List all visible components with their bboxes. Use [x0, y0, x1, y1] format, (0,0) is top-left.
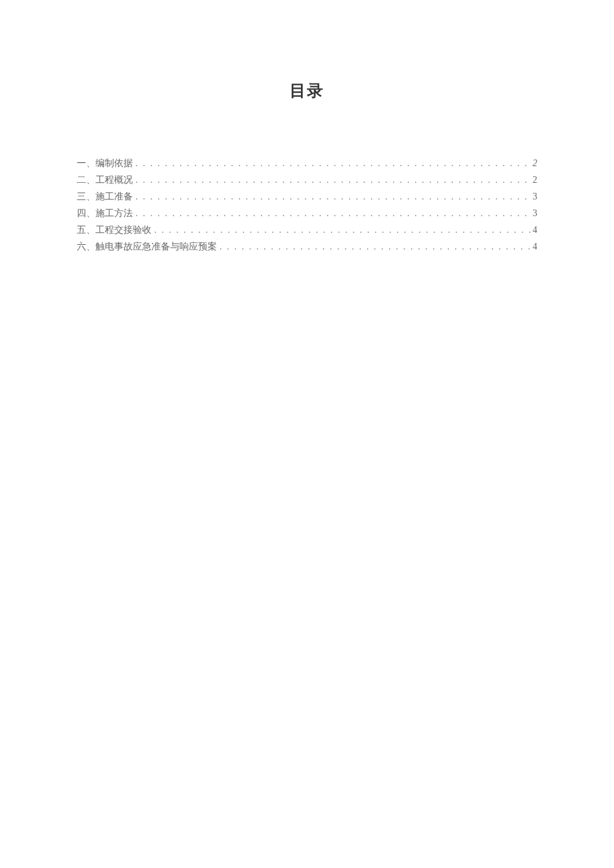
toc-entry-label: 三、施工准备	[77, 188, 133, 205]
toc-entry-page: 4	[531, 222, 537, 238]
toc-dots	[217, 238, 531, 255]
toc-entry-label: 六、触电事故应急准备与响应预案	[77, 238, 217, 255]
toc-entry-label: 四、施工方法	[77, 205, 133, 222]
toc-dots	[133, 205, 531, 222]
toc-entry: 六、触电事故应急准备与响应预案 4	[77, 238, 537, 255]
toc-entry-label: 二、工程概况	[77, 171, 133, 188]
toc-entry: 五、工程交接验收 4	[77, 222, 537, 238]
toc-entry-page: 2	[531, 171, 537, 188]
toc-dots	[133, 188, 531, 205]
toc-entry-page: 3	[531, 188, 537, 205]
toc-entry: 四、施工方法 3	[77, 205, 537, 222]
toc-dots	[151, 222, 531, 238]
toc-entry-page: 2	[531, 155, 537, 171]
document-page: 目录 一、编制依据 2 二、工程概况 2 三、施工准备 3 四、施工方法 3 五…	[0, 0, 614, 255]
table-of-contents: 一、编制依据 2 二、工程概况 2 三、施工准备 3 四、施工方法 3 五、工程…	[77, 155, 537, 255]
toc-entry-label: 五、工程交接验收	[77, 222, 151, 238]
toc-entry-label: 一、编制依据	[77, 155, 133, 171]
toc-dots	[133, 171, 531, 188]
toc-entry: 二、工程概况 2	[77, 171, 537, 188]
toc-entry-page: 3	[531, 205, 537, 222]
toc-entry-page: 4	[531, 238, 537, 255]
toc-title: 目录	[77, 80, 537, 101]
toc-dots	[133, 155, 531, 171]
toc-entry: 三、施工准备 3	[77, 188, 537, 205]
toc-entry: 一、编制依据 2	[77, 155, 537, 171]
